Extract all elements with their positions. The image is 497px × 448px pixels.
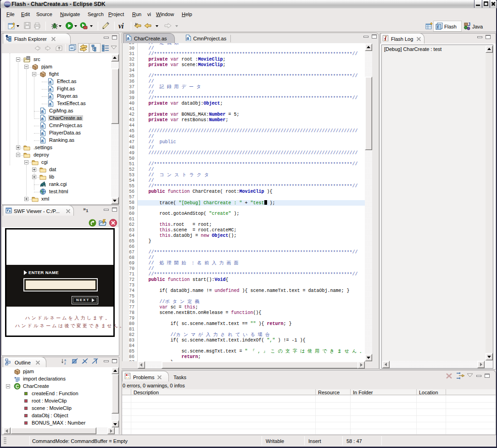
svg-text:z: z [64, 362, 66, 365]
svg-text:a: a [41, 116, 44, 121]
svg-text:a: a [64, 358, 66, 362]
svg-text:C: C [16, 384, 19, 389]
svg-text:a: a [187, 36, 190, 41]
svg-text:J: J [468, 22, 470, 27]
svg-text:a: a [49, 101, 52, 106]
svg-text:a: a [49, 79, 52, 84]
svg-text:a: a [41, 123, 44, 129]
svg-text:a: a [41, 131, 44, 136]
svg-text:a: a [127, 36, 130, 41]
svg-text:a: a [49, 87, 52, 92]
svg-text:a: a [41, 109, 44, 114]
svg-text:a: a [49, 94, 52, 99]
svg-text:a: a [41, 138, 44, 143]
